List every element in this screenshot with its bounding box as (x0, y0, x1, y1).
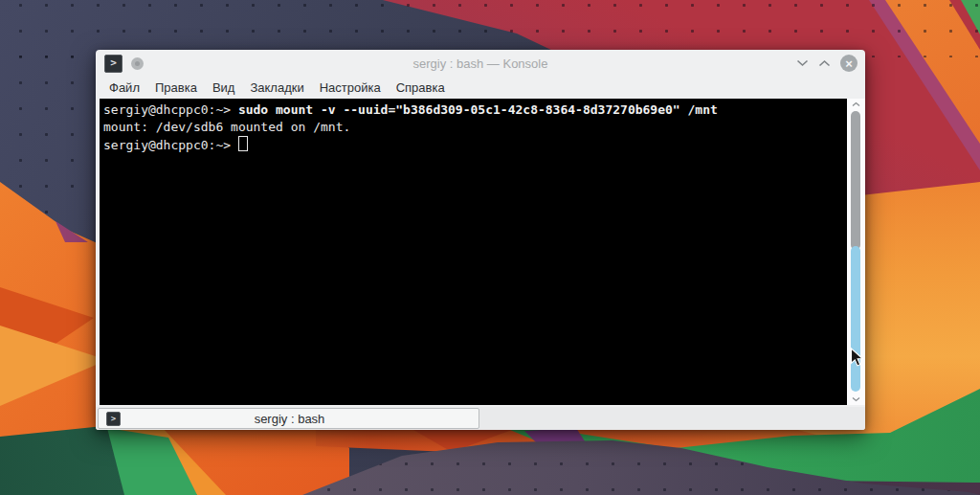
menu-item-help[interactable]: Справка (389, 80, 453, 95)
pin-icon[interactable] (131, 57, 144, 70)
tab-label: sergiy : bash (121, 412, 458, 426)
scrollbar-thumb[interactable] (851, 246, 860, 392)
close-button[interactable]: × (840, 55, 858, 72)
terminal-line: mount: /dev/sdb6 mounted on /mnt. (103, 119, 847, 136)
konsole-app-icon[interactable]: > (104, 55, 122, 73)
shell-prompt: sergiy@dhcppc0:~> (103, 102, 238, 117)
tab-icon-glyph: > (111, 414, 116, 423)
shell-command: sudo mount -v --uuid="b386d309-05c1-42c8… (238, 102, 718, 117)
terminal-line: sergiy@dhcppc0:~> (103, 136, 847, 154)
menu-item-view[interactable]: Вид (205, 80, 243, 95)
terminal-screen[interactable]: sergiy@dhcppc0:~> sudo mount -v --uuid="… (100, 99, 847, 405)
scrollbar-track[interactable] (851, 111, 860, 250)
terminal-tab-icon: > (106, 412, 121, 426)
terminal-line: sergiy@dhcppc0:~> sudo mount -v --uuid="… (103, 101, 847, 119)
menubar: Файл Правка Вид Закладки Настройка Справ… (96, 77, 865, 99)
window-controls: × (796, 55, 858, 72)
menu-item-file[interactable]: Файл (101, 80, 147, 95)
menu-item-edit[interactable]: Правка (147, 80, 205, 95)
chevron-down-icon (796, 59, 809, 67)
desktop: > sergiy : bash — Konsole × Файл Правка … (0, 0, 980, 495)
tab-bar: > sergiy : bash (96, 407, 865, 430)
command-output: mount: /dev/sdb6 mounted on /mnt. (103, 120, 350, 134)
titlebar[interactable]: > sergiy : bash — Konsole × (96, 50, 865, 77)
scroll-down-icon[interactable] (852, 396, 860, 402)
terminal-area: sergiy@dhcppc0:~> sudo mount -v --uuid="… (100, 99, 865, 405)
maximize-button[interactable] (818, 59, 831, 67)
konsole-glyph: > (110, 56, 117, 69)
shell-prompt: sergiy@dhcppc0:~> (103, 138, 238, 152)
mouse-cursor-icon (850, 348, 864, 368)
konsole-window: > sergiy : bash — Konsole × Файл Правка … (96, 50, 865, 430)
scroll-up-icon[interactable] (852, 101, 860, 107)
terminal-cursor (238, 136, 248, 151)
terminal-tab[interactable]: > sergiy : bash (98, 408, 479, 429)
minimize-button[interactable] (796, 59, 809, 67)
menu-item-bookmarks[interactable]: Закладки (242, 80, 311, 95)
window-title: sergiy : bash — Konsole (96, 56, 865, 71)
chevron-up-icon (818, 59, 831, 67)
close-icon: × (845, 56, 853, 72)
menu-item-settings[interactable]: Настройка (312, 80, 389, 95)
